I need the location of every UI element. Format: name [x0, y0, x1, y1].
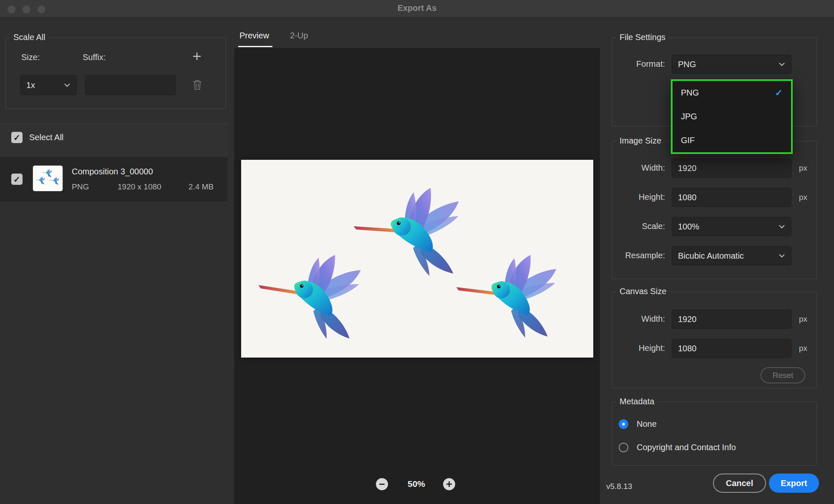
canvas-height-unit: px: [799, 344, 807, 353]
canvas-height-label: Height:: [613, 343, 665, 353]
image-height-input[interactable]: [672, 188, 791, 207]
metadata-group: Metadata: [612, 402, 817, 466]
zoom-out-button[interactable]: −: [376, 478, 388, 490]
image-size-title: Image Size: [616, 136, 665, 146]
zoom-in-button[interactable]: +: [443, 478, 455, 490]
format-options-menu: PNG ✓ JPG GIF: [671, 79, 793, 154]
preview-pane: [234, 48, 600, 504]
resample-label: Resample:: [613, 251, 665, 260]
check-icon: ✓: [13, 134, 20, 142]
suffix-input[interactable]: [85, 75, 176, 95]
zoom-level: 50%: [398, 479, 434, 489]
scale-all-group: Scale All: [5, 38, 226, 109]
canvas-size-title: Canvas Size: [616, 287, 670, 296]
image-width-unit: px: [799, 164, 807, 173]
hummingbird-artwork: [255, 252, 368, 343]
metadata-none-radio[interactable]: [619, 419, 628, 429]
title-bar: Export As: [0, 0, 834, 18]
format-option-gif[interactable]: GIF: [673, 129, 791, 152]
format-label: Format:: [613, 59, 665, 69]
plus-icon: +: [446, 479, 452, 489]
add-scale-button[interactable]: [191, 51, 202, 63]
cancel-button[interactable]: Cancel: [713, 474, 766, 493]
scale-value: 100%: [678, 222, 699, 232]
canvas-width-input[interactable]: [672, 310, 791, 329]
hummingbird-artwork: [350, 186, 469, 283]
export-button[interactable]: Export: [769, 474, 819, 493]
canvas-height-input[interactable]: [672, 339, 791, 358]
scale-size-value: 1x: [26, 81, 35, 90]
size-label: Size:: [21, 53, 40, 62]
menu-item-label: PNG: [681, 88, 699, 98]
menu-item-label: GIF: [681, 136, 695, 145]
delete-scale-button[interactable]: [191, 78, 203, 93]
asset-dimensions: 1920 x 1080: [118, 182, 161, 192]
preview-canvas: [241, 160, 593, 358]
hummingbird-artwork: [455, 255, 563, 341]
resample-dropdown[interactable]: Bicubic Automatic: [672, 246, 791, 265]
selected-check-icon: ✓: [775, 88, 783, 98]
format-option-jpg[interactable]: JPG: [673, 105, 791, 129]
reset-button[interactable]: Reset: [761, 367, 805, 383]
export-as-dialog: Export As Scale All Size: Suffix: 1x ✓ S…: [0, 0, 834, 504]
check-icon: ✓: [13, 175, 20, 184]
format-dropdown[interactable]: PNG: [672, 55, 791, 74]
minus-icon: −: [379, 479, 385, 489]
asset-format: PNG: [72, 182, 89, 192]
metadata-copyright-label: Copyright and Contact Info: [637, 443, 736, 452]
select-all-checkbox[interactable]: ✓: [11, 132, 23, 143]
window-title: Export As: [0, 3, 834, 13]
scale-dropdown[interactable]: 100%: [672, 217, 791, 236]
hummingbirds-thumbnail-art: [33, 166, 63, 191]
resample-value: Bicubic Automatic: [678, 251, 744, 261]
format-option-png[interactable]: PNG ✓: [673, 81, 791, 105]
canvas-width-unit: px: [799, 315, 807, 324]
chevron-down-icon: [779, 254, 785, 258]
asset-checkbox[interactable]: ✓: [11, 174, 23, 185]
select-all-label: Select All: [29, 133, 63, 142]
image-height-unit: px: [799, 193, 807, 202]
canvas-width-label: Width:: [613, 314, 665, 324]
active-tab-underline: [238, 46, 272, 47]
image-height-label: Height:: [613, 192, 665, 202]
file-settings-title: File Settings: [616, 33, 669, 42]
metadata-title: Metadata: [616, 397, 658, 406]
tab-preview[interactable]: Preview: [239, 31, 269, 40]
version-text: v5.8.13: [606, 482, 632, 491]
scale-all-title: Scale All: [10, 33, 49, 42]
asset-name: Composition 3_00000: [72, 167, 153, 176]
image-width-input[interactable]: [672, 159, 791, 178]
suffix-label: Suffix:: [83, 53, 106, 62]
chevron-down-icon: [779, 62, 785, 66]
menu-item-label: JPG: [681, 112, 697, 121]
scale-size-dropdown[interactable]: 1x: [20, 75, 77, 95]
metadata-none-label: None: [637, 419, 657, 429]
asset-thumbnail: [33, 166, 63, 191]
metadata-copyright-radio[interactable]: [619, 443, 628, 452]
scale-label: Scale:: [613, 222, 665, 231]
trash-icon: [191, 78, 203, 91]
chevron-down-icon: [779, 224, 785, 229]
format-value: PNG: [678, 60, 696, 69]
plus-icon: [191, 51, 202, 62]
image-width-label: Width:: [613, 163, 665, 173]
asset-file-size: 2.4 MB: [179, 182, 214, 192]
chevron-down-icon: [64, 83, 71, 87]
tab-2-up[interactable]: 2-Up: [290, 31, 308, 40]
